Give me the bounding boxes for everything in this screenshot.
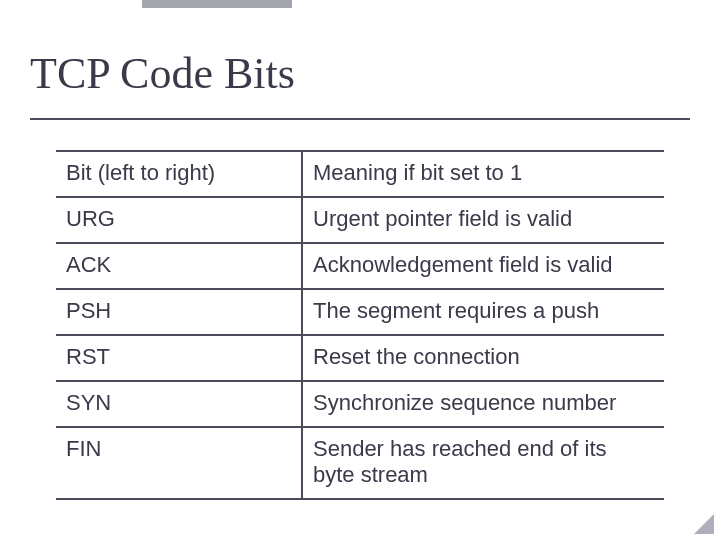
page-title: TCP Code Bits [30, 48, 295, 99]
table-row: RST Reset the connection [56, 335, 664, 381]
cell-meaning: Sender has reached end of its byte strea… [302, 427, 664, 499]
cell-meaning: Synchronize sequence number [302, 381, 664, 427]
cell-bit: RST [56, 335, 302, 381]
cell-meaning: Acknowledgement field is valid [302, 243, 664, 289]
decoration-top [142, 0, 292, 8]
table-row: FIN Sender has reached end of its byte s… [56, 427, 664, 499]
tcp-bits-table: Bit (left to right) Meaning if bit set t… [56, 150, 664, 500]
table-row: URG Urgent pointer field is valid [56, 197, 664, 243]
cell-meaning: Reset the connection [302, 335, 664, 381]
title-underline [30, 118, 690, 120]
corner-fold-icon [694, 514, 714, 534]
table-row: SYN Synchronize sequence number [56, 381, 664, 427]
slide: TCP Code Bits Bit (left to right) Meanin… [0, 0, 720, 540]
cell-meaning: Urgent pointer field is valid [302, 197, 664, 243]
cell-bit: SYN [56, 381, 302, 427]
cell-meaning: The segment requires a push [302, 289, 664, 335]
table-header-bit: Bit (left to right) [56, 151, 302, 197]
cell-bit: PSH [56, 289, 302, 335]
cell-bit: ACK [56, 243, 302, 289]
table-header-meaning: Meaning if bit set to 1 [302, 151, 664, 197]
cell-bit: FIN [56, 427, 302, 499]
table-row: PSH The segment requires a push [56, 289, 664, 335]
table-row: ACK Acknowledgement field is valid [56, 243, 664, 289]
table-header-row: Bit (left to right) Meaning if bit set t… [56, 151, 664, 197]
cell-bit: URG [56, 197, 302, 243]
